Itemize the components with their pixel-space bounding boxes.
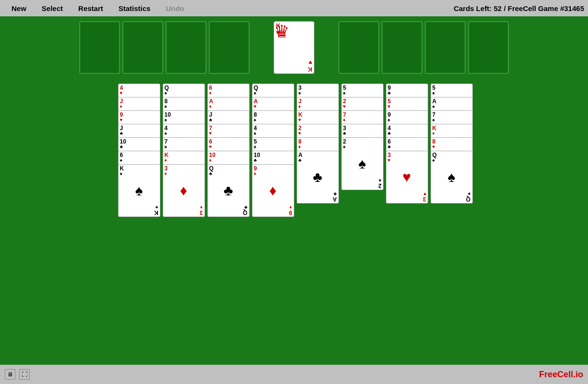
card-suit-top: ♣	[120, 131, 123, 136]
card-suit-top: ♠	[388, 118, 390, 122]
brand: FreeCell.io	[539, 370, 583, 380]
card-suit-bottom: ♦	[289, 205, 292, 210]
card-suit-top: ♦	[209, 158, 212, 163]
card-center: ♠	[135, 182, 143, 199]
menu-undo[interactable]: Undo	[158, 2, 192, 14]
game-area: K♥ K♥ ♛ 4♥4♥♥J♦J♦♦9♥9♥♥J♣J♣♣10♣10♣♣6♠6♠♠…	[0, 16, 588, 365]
card-suit-bottom: ♠	[468, 192, 470, 196]
card-center: ♠	[359, 156, 366, 172]
card-suit-top: ♦	[165, 171, 167, 176]
card-suit-top: ♥	[120, 91, 123, 96]
card-suit-top: ♠	[432, 91, 435, 96]
foundations	[338, 21, 509, 74]
columns-area: 4♥4♥♥J♦J♦♦9♥9♥♥J♣J♣♣10♣10♣♣6♠6♠♠K♠K♠♠ Q♠…	[0, 79, 588, 217]
card-suit-top: ♠	[299, 91, 301, 96]
card-suit-top: ♥	[299, 131, 301, 136]
free-cell-3[interactable]	[166, 21, 206, 74]
column-8[interactable]: 5♠5♠♠A♠A♠♠7♠7♠♠K♦K♦♦8♥8♥♥Q♠Q♠♠	[431, 84, 473, 204]
card-rank-bottom: 2	[378, 183, 382, 189]
card-suit-top: ♦	[209, 104, 212, 109]
card-suit-top: ♦	[209, 91, 212, 96]
monitor-icon[interactable]: 🖥	[5, 369, 15, 380]
menu-statistics[interactable]: Statistics	[111, 2, 158, 14]
card-center: ♥	[403, 169, 411, 185]
card-suit-top: ♣	[254, 158, 257, 163]
card-2-s[interactable]: 2♠2♠♠	[341, 137, 384, 190]
column-5[interactable]: 3♠3♠♠J♦J♦♦K♥K♥♥2♥2♥♥8♦8♦♦A♣A♣♣	[297, 84, 339, 204]
foundation-2[interactable]	[382, 21, 422, 74]
card-suit-top: ♠	[432, 118, 435, 122]
card-9-d[interactable]: 9♦9♦♦	[252, 164, 294, 217]
card-suit-top: ♥	[388, 104, 391, 109]
king-rank-top: K♥	[276, 23, 280, 36]
card-3-d[interactable]: 3♦3♦♦	[163, 164, 205, 217]
card-suit-top: ♠	[165, 118, 167, 122]
column-7[interactable]: 9♣9♣♣5♥5♥♥9♠9♠♠4♣4♣♣6♣6♣♣3♥3♥♥	[386, 84, 428, 204]
card-suit-top: ♣	[209, 171, 213, 176]
card-Q-c[interactable]: Q♣Q♣♣	[207, 164, 250, 217]
card-center: ♦	[180, 182, 187, 199]
card-suit-top: ♠	[254, 144, 256, 149]
card-A-c[interactable]: A♣A♣♣	[297, 151, 339, 204]
card-suit-bottom: ♠	[156, 205, 158, 210]
column-3[interactable]: 6♦6♦♦A♦A♦♦J♣J♣♣7♥7♥♥6♥6♥♥10♦10♦♦Q♣Q♣♣	[207, 84, 250, 217]
card-center: ♣	[224, 182, 233, 199]
column-1[interactable]: 4♥4♥♥J♦J♦♦9♥9♥♥J♣J♣♣10♣10♣♣6♠6♠♠K♠K♠♠	[118, 84, 160, 217]
menu-select[interactable]: Select	[34, 2, 71, 14]
king-free-cell-area: K♥ K♥ ♛	[274, 21, 314, 74]
card-suit-bottom: ♣	[334, 192, 337, 196]
menu-restart[interactable]: Restart	[71, 2, 111, 14]
card-suit-top: ♠	[165, 91, 167, 96]
column-4[interactable]: Q♠Q♠♠A♥A♥♥8♠8♠♠4♠4♠♠5♠5♠♠10♣10♣♣9♦9♦♦	[252, 84, 294, 217]
card-suit-top: ♥	[120, 118, 123, 122]
card-3-h[interactable]: 3♥3♥♥	[386, 151, 428, 204]
card-suit-top: ♥	[343, 104, 346, 109]
bottom-bar: 🖥 ⛶ FreeCell.io	[0, 365, 588, 384]
card-suit-top: ♠	[343, 144, 346, 149]
free-cell-1[interactable]	[79, 21, 120, 74]
card-rank-bottom: Q	[466, 196, 470, 202]
card-center: ♠	[448, 169, 456, 185]
card-suit-top: ♠	[165, 104, 167, 109]
foundation-1[interactable]	[338, 21, 379, 74]
foundation-4[interactable]	[468, 21, 509, 74]
card-suit-top: ♠	[120, 158, 122, 163]
card-suit-top: ♥	[432, 144, 435, 149]
card-rank-bottom: K	[154, 210, 158, 216]
free-cell-2[interactable]	[122, 21, 163, 74]
card-rank-bottom: 3	[423, 196, 426, 202]
card-suit-top: ♣	[343, 131, 347, 136]
card-suit-top: ♠	[343, 91, 346, 96]
top-area: K♥ K♥ ♛	[0, 16, 588, 74]
card-suit-top: ♦	[432, 131, 435, 136]
king-card[interactable]: K♥ K♥ ♛	[274, 21, 314, 74]
card-suit-top: ♥	[388, 158, 391, 163]
card-suit-top: ♠	[254, 91, 256, 96]
card-suit-top: ♦	[299, 144, 301, 149]
card-suit-top: ♠	[432, 158, 435, 163]
card-suit-top: ♦	[299, 104, 301, 109]
card-suit-top: ♣	[209, 118, 213, 122]
free-cell-4[interactable]	[209, 21, 250, 74]
column-2[interactable]: Q♠Q♠♠8♠8♠♠10♠10♠♠4♠4♠♠7♠7♠♠K♦K♦♦3♦3♦♦	[163, 84, 205, 217]
card-suit-top: ♦	[165, 158, 167, 163]
menu-new[interactable]: New	[4, 2, 34, 14]
card-suit-top: ♦	[343, 118, 346, 122]
card-suit-top: ♣	[388, 91, 391, 96]
card-suit-top: ♥	[209, 144, 212, 149]
game-status: Cards Left: 52 / FreeCell Game #31465	[454, 4, 584, 12]
card-Q-s[interactable]: Q♠Q♠♠	[431, 151, 473, 204]
card-suit-top: ♠	[165, 144, 167, 149]
column-6[interactable]: 5♠5♠♠2♥2♥♥7♦7♦♦3♣3♣♣2♠2♠♠	[341, 84, 384, 190]
card-suit-top: ♠	[254, 118, 256, 122]
free-cells	[79, 21, 250, 74]
foundation-3[interactable]	[425, 21, 466, 74]
card-suit-top: ♣	[388, 131, 391, 136]
card-suit-bottom: ♥	[423, 192, 426, 196]
card-suit-bottom: ♠	[379, 178, 381, 183]
card-K-s[interactable]: K♠K♠♠	[118, 164, 160, 217]
menubar: New Select Restart Statistics Undo Cards…	[0, 0, 588, 16]
king-rank-bottom: K♥	[308, 59, 312, 72]
card-rank-bottom: 9	[289, 210, 292, 216]
fullscreen-icon[interactable]: ⛶	[19, 369, 30, 380]
